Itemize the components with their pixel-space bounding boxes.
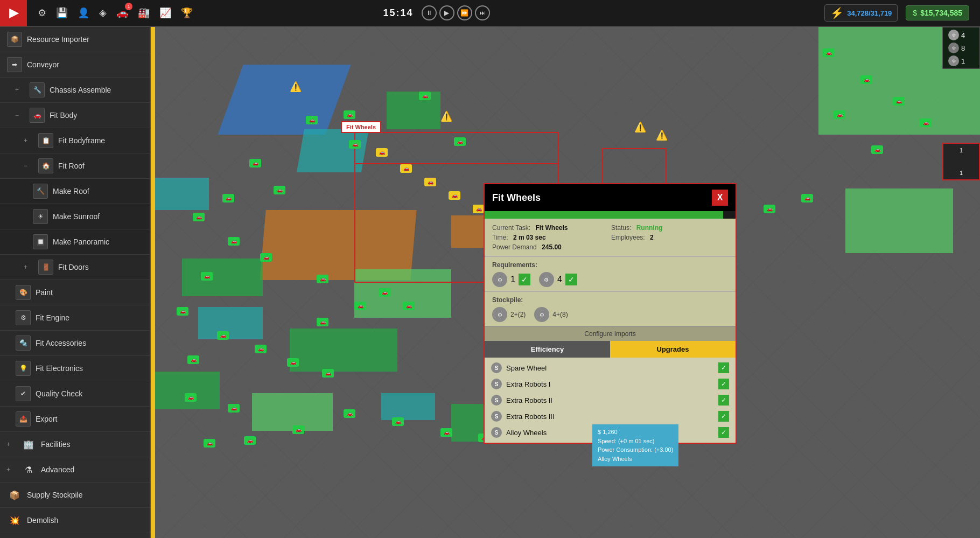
sidebar-item-advanced[interactable]: + ⚗ Advanced: [0, 457, 150, 483]
sidebar-item-make-sunroof[interactable]: ☀ Make Sunroof: [0, 204, 150, 229]
req-icon-1: ⚙: [492, 272, 507, 287]
res-row-2: ⚙ 8: [948, 43, 974, 53]
upgrade-extra-robots-1[interactable]: S Extra Robots I ✓: [485, 376, 736, 392]
floor-green-8: [252, 393, 333, 431]
res-qty-1: 4: [961, 31, 965, 39]
floor-green-7: [155, 372, 220, 409]
stock-item-1: ⚙ 2+(2): [492, 307, 526, 322]
gear-icon[interactable]: ⚙: [38, 7, 46, 19]
factory-icon[interactable]: 🏭: [138, 7, 150, 19]
worker-icon[interactable]: 👤: [78, 7, 89, 19]
sidebar-item-supply-stockpile[interactable]: 📦 Supply Stockpile: [0, 483, 150, 508]
upgrade-label-spare-wheel: Spare Wheel: [506, 364, 547, 372]
stockpile-title: Stockpile:: [492, 296, 728, 304]
upgrade-alloy-wheels[interactable]: S Alloy Wheels ✓ $ 1,260 Speed: (+0 m 01…: [485, 424, 736, 441]
sidebar-label-fit-engine: Fit Engine: [36, 313, 143, 322]
expand-fit-roof: −: [24, 162, 31, 170]
playback-controls: ⏸ ▶ ⏩ ⏭: [422, 5, 490, 20]
pause-button[interactable]: ⏸: [422, 5, 437, 20]
sidebar-item-resource-importer[interactable]: 📦 Resource Importer: [0, 27, 150, 52]
sidebar-label-conveyor: Conveyor: [27, 60, 143, 69]
stockpile-row: ⚙ 2+(2) ⚙ 4+(8): [492, 307, 728, 322]
res-icon-1: ⚙: [948, 30, 959, 40]
tab-upgrades[interactable]: Upgrades: [610, 341, 736, 358]
fast-forward-button[interactable]: ⏩: [457, 5, 472, 20]
app-logo[interactable]: ▶: [0, 0, 27, 26]
car-r1: 🚗: [823, 48, 835, 57]
configure-imports-button[interactable]: Configure Imports: [485, 326, 736, 341]
sidebar-label-make-panoramic: Make Panoramic: [53, 237, 143, 246]
topbar-icons: ⚙ 💾 👤 ◈ 🚗 1 🏭 📈 🏆: [27, 7, 383, 19]
sidebar-item-chassis-assemble[interactable]: + 🔧 Chassis Assemble: [0, 78, 150, 103]
sidebar-item-fit-bodyframe[interactable]: + 📋 Fit Bodyframe: [0, 128, 150, 153]
save-icon[interactable]: 💾: [56, 7, 68, 19]
sidebar-item-paint[interactable]: 🎨 Paint: [0, 280, 150, 305]
requirements-title: Requirements:: [492, 261, 728, 269]
power-demand-label: Power Demand 245.00: [492, 243, 609, 251]
sidebar-item-fit-electronics[interactable]: 💡 Fit Electronics: [0, 356, 150, 381]
supply-stockpile-icon: 📦: [6, 487, 23, 503]
fit-roof-icon: 🏠: [38, 158, 54, 174]
game-viewport[interactable]: Fit Wheels ⚠️ ⚠️ ⚠️ ⚠️ ⚠️ 🚗 🚗 🚗 🚗 🚗 🚗 🚗 …: [155, 27, 980, 538]
tab-efficiency[interactable]: Efficiency: [485, 341, 610, 358]
fit-electronics-icon: 💡: [15, 360, 31, 376]
trophy-icon[interactable]: 🏆: [181, 7, 193, 19]
right-structure-panel: 1 1: [942, 143, 980, 180]
car-35: 🚗: [292, 425, 304, 434]
car-17: 🚗: [201, 272, 213, 281]
upgrade-label-extra-robots-3: Extra Robots III: [506, 413, 555, 421]
sidebar-item-make-panoramic[interactable]: 🔲 Make Panoramic: [0, 229, 150, 255]
status-label: Status: Running: [611, 224, 728, 232]
upgrade-spare-wheel[interactable]: S Spare Wheel ✓: [485, 360, 736, 376]
upgrade-extra-robots-2[interactable]: S Extra Robots II ✓: [485, 392, 736, 408]
car-27: 🚗: [322, 369, 334, 378]
sidebar-item-export[interactable]: 📤 Export: [0, 407, 150, 432]
sidebar-label-supply-stockpile: Supply Stockpile: [27, 491, 143, 499]
current-task-label-text: Current Task:: [492, 224, 530, 232]
sidebar-item-fit-body[interactable]: − 🚗 Fit Body: [0, 103, 150, 128]
car-18: 🚗: [317, 275, 328, 283]
sidebar-item-fit-engine[interactable]: ⚙ Fit Engine: [0, 305, 150, 331]
res-qty-3: 1: [961, 57, 965, 65]
power-indicator: ⚡ 34,728/31,719: [824, 4, 898, 22]
popup-close-button[interactable]: X: [712, 190, 728, 206]
fit-bodyframe-icon: 📋: [38, 132, 54, 149]
sidebar-item-fit-accessories[interactable]: 🔩 Fit Accessories: [0, 331, 150, 356]
layers-icon[interactable]: ◈: [99, 7, 107, 19]
car-14: 🚗: [193, 213, 205, 221]
sidebar-item-quality-check[interactable]: ✔ Quality Check: [0, 381, 150, 407]
car-28: 🚗: [187, 355, 199, 364]
req-icon-2: ⚙: [539, 272, 554, 287]
res-row-3: ⚙ 1: [948, 55, 974, 66]
sidebar-item-fit-roof[interactable]: − 🏠 Fit Roof: [0, 153, 150, 179]
fastest-forward-button[interactable]: ⏭: [475, 5, 490, 20]
make-panoramic-icon: 🔲: [32, 234, 48, 250]
sidebar-label-make-sunroof: Make Sunroof: [53, 212, 143, 221]
upgrade-label-extra-robots-2: Extra Robots II: [506, 396, 552, 404]
sidebar-item-make-roof[interactable]: 🔨 Make Roof: [0, 179, 150, 204]
play-button[interactable]: ▶: [439, 5, 454, 20]
car-r4: 🚗: [834, 110, 845, 119]
demolish-icon: 💥: [6, 512, 23, 528]
chart-icon[interactable]: 📈: [159, 7, 171, 19]
topbar-right: ⚡ 34,728/31,719 $ $15,734,585: [824, 4, 980, 22]
upgrade-extra-robots-3[interactable]: S Extra Robots III ✓: [485, 408, 736, 424]
car-7: 🚗: [419, 92, 431, 100]
employees-label: Employees: 2: [611, 234, 728, 241]
power-icon: ⚡: [830, 6, 844, 19]
sidebar-item-demolish[interactable]: 💥 Demolish: [0, 508, 150, 533]
sidebar-label-fit-electronics: Fit Electronics: [36, 364, 143, 373]
facilities-icon: 🏢: [20, 436, 37, 452]
expand-advanced: +: [6, 466, 14, 473]
car-3: 🚗: [249, 159, 261, 167]
upgrade-s-icon-5: S: [491, 427, 502, 438]
fit-wheels-map-label[interactable]: Fit Wheels: [341, 121, 381, 133]
sidebar-item-fit-doors[interactable]: + 🚪 Fit Doors: [0, 255, 150, 280]
sidebar-item-conveyor[interactable]: ➡ Conveyor: [0, 52, 150, 78]
time-value: 2 m 03 sec: [513, 234, 546, 241]
car-icon[interactable]: 🚗 1: [116, 7, 128, 19]
sidebar-item-facilities[interactable]: + 🏢 Facilities: [0, 432, 150, 457]
fit-body-icon: 🚗: [29, 107, 45, 123]
game-time: 15:14: [383, 8, 414, 19]
logo-symbol: ▶: [9, 6, 18, 20]
